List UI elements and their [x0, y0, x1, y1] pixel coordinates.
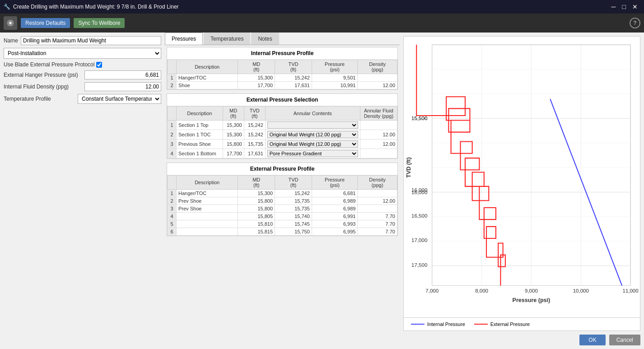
row-desc: Prev Shoe: [177, 205, 238, 213]
row-contents[interactable]: Pore Pressure Gradient: [265, 149, 360, 158]
pressure-chart: 15,500 16,000 15,500 16,000 16,500 17,00…: [404, 37, 640, 317]
fluid-density-input[interactable]: [84, 82, 161, 91]
svg-text:17,000: 17,000: [411, 237, 427, 243]
external-pressure-profile-title: External Pressure Profile: [167, 163, 397, 175]
restore-defaults-button[interactable]: Restore Defaults: [21, 18, 70, 28]
internal-pressure-legend-label: Internal Pressure: [427, 321, 465, 327]
svg-text:15,500: 15,500: [411, 116, 427, 121]
row-num: 1: [168, 190, 177, 197]
svg-text:9,000: 9,000: [525, 288, 538, 293]
col-md-header: MD(ft): [223, 107, 244, 121]
row-num: 1: [168, 121, 177, 130]
row-desc: Prev Shoe: [177, 197, 238, 205]
col-arrow-header: [168, 60, 177, 74]
row-density: 7.70: [358, 228, 397, 236]
maximize-button[interactable]: □: [620, 2, 629, 11]
table-row: 1 Section 1 Top 15,300 15,242: [168, 121, 397, 130]
svg-text:7,000: 7,000: [425, 288, 439, 293]
row-contents[interactable]: Original Mud Weight (12.00 ppg): [265, 130, 360, 140]
contents-select[interactable]: [267, 121, 358, 129]
table-row: 4 Section 1 Bottom 17,700 17,631 Pore Pr…: [168, 149, 397, 158]
row-md: 15,300: [238, 74, 275, 82]
row-density: 12.00: [360, 140, 397, 149]
col-pressure-header: Pressure(psi): [312, 176, 358, 190]
external-hanger-input[interactable]: [84, 70, 161, 79]
internal-pressure-table: Description MD(ft) TVD(ft) Pressure(psi)…: [167, 60, 397, 89]
tabs: Pressures Temperatures Notes: [165, 33, 400, 45]
contents-select[interactable]: Original Mud Weight (12.00 ppg): [267, 140, 358, 148]
sync-to-wellbore-button[interactable]: Sync To Wellbore: [74, 18, 125, 28]
col-description-header: Description: [177, 107, 223, 121]
row-tvd: 15,740: [275, 213, 312, 220]
table-row: 1 Hanger/TOC 15,300 15,242 6,681: [168, 190, 397, 197]
button-row: OK Cancel: [403, 331, 640, 345]
internal-pressure-legend-line: [411, 324, 425, 325]
row-density: [358, 205, 397, 213]
row-num: 4: [168, 149, 177, 158]
installation-select[interactable]: Post-Installation: [4, 48, 161, 59]
window-controls: ─ □ ✕: [609, 2, 640, 11]
external-hanger-row: External Hanger Pressure (psi): [4, 70, 161, 79]
row-num: 3: [168, 140, 177, 149]
installation-row: Post-Installation: [4, 48, 161, 59]
ok-button[interactable]: OK: [579, 335, 605, 345]
col-md-header: MD(ft): [238, 60, 275, 74]
row-tvd: 17,631: [275, 82, 312, 89]
tab-temperatures[interactable]: Temperatures: [204, 33, 250, 45]
cancel-button[interactable]: Cancel: [609, 335, 640, 345]
contents-select[interactable]: Original Mud Weight (12.00 ppg): [267, 131, 358, 138]
name-input[interactable]: [21, 36, 161, 45]
row-density: [358, 74, 397, 82]
external-pressure-profile-section: External Pressure Profile Description MD…: [167, 163, 398, 236]
row-density: [358, 190, 397, 197]
row-tvd: 15,745: [275, 220, 312, 228]
row-tvd: 15,242: [275, 74, 312, 82]
row-pressure: 6,681: [312, 190, 358, 197]
col-density-header: Density(ppg): [358, 60, 397, 74]
tab-notes[interactable]: Notes: [251, 33, 279, 45]
row-tvd: 15,242: [244, 130, 265, 140]
table-row: 5 15,810 15,745 6,993 7.70: [168, 220, 397, 228]
row-contents[interactable]: [265, 121, 360, 130]
help-button[interactable]: ?: [630, 18, 640, 28]
row-tvd: 15,242: [275, 190, 312, 197]
col-md-header: MD(ft): [238, 176, 275, 190]
row-density: 7.70: [358, 220, 397, 228]
row-tvd: 15,735: [244, 140, 265, 149]
col-tvd-header: TVD(ft): [244, 107, 265, 121]
row-pressure: 6,989: [312, 205, 358, 213]
external-pressure-profile-table: Description MD(ft) TVD(ft) Pressure(psi)…: [167, 175, 397, 236]
table-row: 1 Hanger/TOC 15,300 15,242 9,501: [168, 74, 397, 82]
temp-profile-label: Temperature Profile: [4, 96, 51, 102]
col-annular-header: Annular Contents: [265, 107, 360, 121]
row-contents[interactable]: Original Mud Weight (12.00 ppg): [265, 140, 360, 149]
row-desc: Section 1 TOC: [177, 130, 223, 140]
chart-panel: 15,500 16,000 15,500 16,000 16,500 17,00…: [400, 33, 644, 349]
table-row: 4 15,805 15,740 6,991 7.70: [168, 213, 397, 220]
row-md: 17,700: [238, 82, 275, 89]
minimize-button[interactable]: ─: [609, 2, 619, 11]
row-md: 15,800: [223, 140, 244, 149]
chart-legend: Internal Pressure External Pressure: [403, 318, 640, 331]
x-axis-label: Pressure (psi): [513, 297, 551, 303]
row-tvd: 15,735: [275, 197, 312, 205]
tab-pressures[interactable]: Pressures: [165, 33, 203, 45]
tables-area: Internal Pressure Profile Description MD…: [165, 45, 400, 349]
temp-profile-select[interactable]: Constant Surface Temperature: [78, 94, 161, 104]
row-md: 17,700: [223, 149, 244, 158]
row-md: 15,800: [238, 197, 275, 205]
y-axis-label: TVD (ft): [406, 157, 412, 177]
row-md: 15,805: [238, 213, 275, 220]
close-button[interactable]: ✕: [630, 2, 640, 11]
row-desc: Section 1 Bottom: [177, 149, 223, 158]
fluid-density-label: Internal Fluid Density (ppg): [4, 84, 69, 90]
row-desc: [177, 213, 238, 220]
row-desc: Previous Shoe: [177, 140, 223, 149]
external-pressure-selection-title: External Pressure Selection: [167, 94, 397, 106]
app-icon: 🔧: [4, 4, 10, 10]
blade-pressure-checkbox[interactable]: [96, 62, 102, 68]
contents-select[interactable]: Pore Pressure Gradient: [267, 150, 358, 157]
title-bar-text: Create Drilling with Maximum Mud Weight:…: [13, 4, 179, 10]
row-num: 2: [168, 82, 177, 89]
row-desc: Hanger/TOC: [177, 190, 238, 197]
